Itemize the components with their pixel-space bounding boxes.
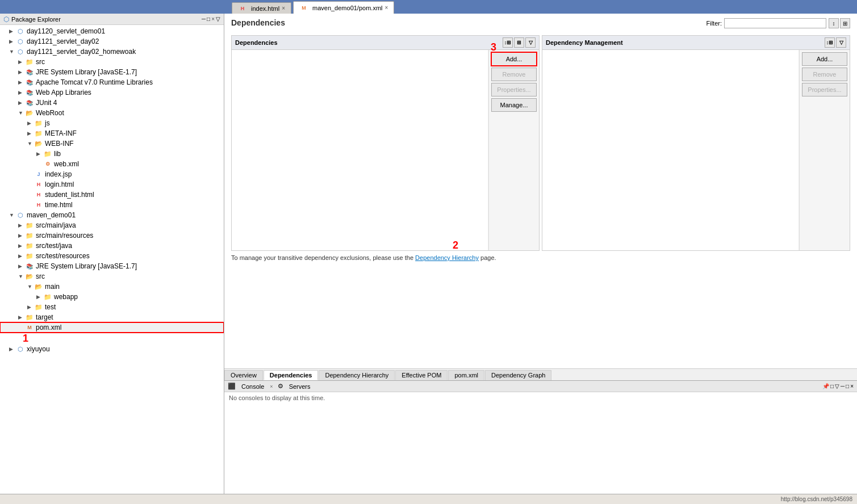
tree-item-srcmainjava[interactable]: ▶ 📁 src/main/java (0, 220, 224, 230)
tree-item-webinf[interactable]: ▼ 📂 WEB-INF (0, 138, 224, 149)
console-tab-servers[interactable]: Servers (286, 383, 314, 390)
tree-item-lib[interactable]: ▶ 📁 lib (0, 149, 224, 159)
tree-item-src2[interactable]: ▼ 📂 src (0, 271, 224, 282)
tree-item-xiyuyou[interactable]: ▶ ⬡ xiyuyou (0, 344, 224, 354)
tree-item-srcmainres[interactable]: ▶ 📁 src/main/resources (0, 230, 224, 241)
statusbar-right: http://blog.csdn.net/p345698 (781, 496, 852, 502)
tab-overview[interactable]: Overview (224, 370, 263, 380)
tree-item-day1121hw[interactable]: ▼ ⬡ day1121_servlet_day02_homewoak (0, 47, 224, 57)
tree-item-junit[interactable]: ▶ 📚 JUnit 4 (0, 98, 224, 108)
arrow-day1121hw: ▼ (9, 49, 16, 54)
filter-collapse-icon[interactable]: ↕ (829, 18, 839, 28)
dep-left-title: Dependencies (235, 39, 278, 46)
tree-item-srctestres[interactable]: ▶ 📁 src/test/resources (0, 251, 224, 261)
dep-right-view-icon[interactable]: ▽ (836, 37, 846, 48)
add-dep-mgmt-button[interactable]: Add... (802, 52, 847, 66)
add-dependency-button[interactable]: Add... (491, 52, 537, 66)
tree-item-day1121[interactable]: ▶ ⬡ day1121_servlet_day02 (0, 36, 224, 47)
dep-title-row: Dependencies Filter: ↕ ⊞ (231, 18, 850, 32)
view-menu-icon[interactable]: ▽ (216, 16, 220, 22)
tree-label-webapp2: webapp (54, 293, 78, 301)
folder-icon-webapp2: 📁 (43, 293, 52, 301)
tree-item-srctestjava[interactable]: ▶ 📁 src/test/java (0, 241, 224, 251)
tree-item-mavendemo[interactable]: ▼ ⬡ maven_demo01 (0, 210, 224, 220)
tab-index[interactable]: H index.html × (232, 2, 291, 14)
tree-item-day1120[interactable]: ▶ ⬡ day1120_servlet_demo01 (0, 26, 224, 36)
tab-graph[interactable]: Dependency Graph (485, 370, 551, 380)
dep-right-sort-icon[interactable]: ↕⊞ (825, 37, 835, 48)
bottom-tabs: Overview Dependencies Dependency Hierarc… (224, 368, 857, 380)
tab-pom-label: maven_demo01/pom.xml (312, 5, 383, 11)
tree-label-jre: JRE System Library [JavaSE-1.7] (36, 68, 137, 76)
arrow-tomcat: ▶ (18, 79, 25, 85)
dep-right-buttons: Add... Remove Properties... (799, 50, 850, 250)
filter-icons: ↕ ⊞ (829, 18, 850, 28)
tree-item-timehtml[interactable]: H time.html (0, 200, 224, 210)
tree-item-src[interactable]: ▶ 📁 src (0, 57, 224, 67)
tab-pom-close[interactable]: × (385, 5, 388, 11)
html-icon-student: H (34, 191, 43, 199)
lib-icon-jre2: 📚 (25, 262, 34, 270)
tree-item-loginhtml[interactable]: H login.html (0, 179, 224, 190)
console-tab-console[interactable]: Console (238, 383, 267, 390)
console-maximize-icon[interactable]: □ (846, 383, 849, 389)
tree-item-studenthtml[interactable]: H student_list.html (0, 190, 224, 200)
console-close-btn[interactable]: × (850, 383, 854, 389)
tree-item-pomxml[interactable]: M pom.xml (0, 322, 224, 333)
minimize-icon[interactable]: ─ (202, 16, 206, 22)
panel-close-icon[interactable]: × (211, 16, 215, 22)
panel-title: Package Explorer (11, 16, 61, 23)
tree-item-target[interactable]: ▶ 📁 target (0, 312, 224, 322)
tree-item-jre[interactable]: ▶ 📚 JRE System Library [JavaSE-1.7] (0, 67, 224, 77)
dep-right-list (542, 50, 799, 250)
tree-item-webxml[interactable]: ⚙ web.xml (0, 159, 224, 169)
manage-button[interactable]: Manage... (491, 98, 537, 112)
console-pin-icon[interactable]: 📌 (822, 383, 829, 389)
tab-pom[interactable]: M maven_demo01/pom.xml × (293, 1, 394, 14)
tree-item-jre2[interactable]: ▶ 📚 JRE System Library [JavaSE-1.7] (0, 261, 224, 271)
console-close-icon[interactable]: × (270, 384, 273, 389)
xml-icon-pom: M (25, 324, 34, 331)
tree-item-main[interactable]: ▼ 📂 main (0, 282, 224, 292)
tab-effective[interactable]: Effective POM (395, 370, 448, 380)
filter-sort-icon[interactable]: ⊞ (840, 18, 850, 28)
console-tabs: ⬛ Console × ⚙ Servers (228, 383, 314, 390)
dep-filter-icon[interactable]: ▽ (525, 37, 536, 48)
tree-item-webapp-lib[interactable]: ▶ 📚 Web App Libraries (0, 87, 224, 98)
console-menu-icon[interactable]: ▽ (835, 383, 839, 389)
right-panel: Dependencies Filter: ↕ ⊞ (224, 14, 857, 494)
remove-dependency-button[interactable]: Remove (491, 68, 537, 81)
arrow-test: ▶ (27, 304, 34, 310)
tree-label-indexjsp: index.jsp (45, 170, 72, 178)
tree-item-metainf[interactable]: ▶ 📁 META-INF (0, 128, 224, 138)
tab-pomxml[interactable]: pom.xml (448, 370, 484, 380)
tree-label-srcmainres: src/main/resources (36, 232, 93, 240)
properties-dep-mgmt-button[interactable]: Properties... (802, 83, 847, 96)
tree-item-test[interactable]: ▶ 📁 test (0, 302, 224, 312)
tree-item-tomcat[interactable]: ▶ 📚 Apache Tomcat v7.0 Runtime Libraries (0, 77, 224, 87)
folder-icon-srctestres: 📁 (25, 252, 34, 260)
properties-button[interactable]: Properties... (491, 83, 537, 96)
dep-hierarchy-link[interactable]: Dependency Hierarchy (415, 254, 479, 261)
tab-dependencies[interactable]: Dependencies (264, 370, 319, 380)
tree-item-webapp2[interactable]: ▶ 📁 webapp (0, 292, 224, 302)
arrow-lib: ▶ (36, 151, 43, 157)
tree-item-webroot[interactable]: ▼ 📂 WebRoot (0, 108, 224, 118)
arrow-src2: ▼ (18, 274, 25, 279)
maximize-icon[interactable]: □ (207, 16, 210, 22)
tree-item-js[interactable]: ▶ 📁 js (0, 118, 224, 128)
console-layout-icon[interactable]: □ (830, 383, 834, 389)
remove-dep-mgmt-button[interactable]: Remove (802, 68, 847, 81)
tree-label-js: js (45, 119, 50, 127)
dep-sort-icon[interactable]: ↕⊞ (503, 37, 513, 48)
console-minimize-icon[interactable]: ─ (841, 383, 845, 389)
tree-item-indexjsp[interactable]: J index.jsp (0, 169, 224, 179)
tab-index-label: index.html (251, 5, 279, 12)
tab-index-close[interactable]: × (282, 5, 285, 11)
dep-view-icon[interactable]: ⊞ (514, 37, 524, 48)
tree-label-loginhtml: login.html (45, 180, 74, 188)
console-empty-message: No consoles to display at this time. (229, 394, 325, 401)
folder-icon-srctestjava: 📁 (25, 242, 34, 250)
filter-input[interactable] (724, 18, 826, 28)
tab-hierarchy[interactable]: Dependency Hierarchy (319, 370, 395, 380)
